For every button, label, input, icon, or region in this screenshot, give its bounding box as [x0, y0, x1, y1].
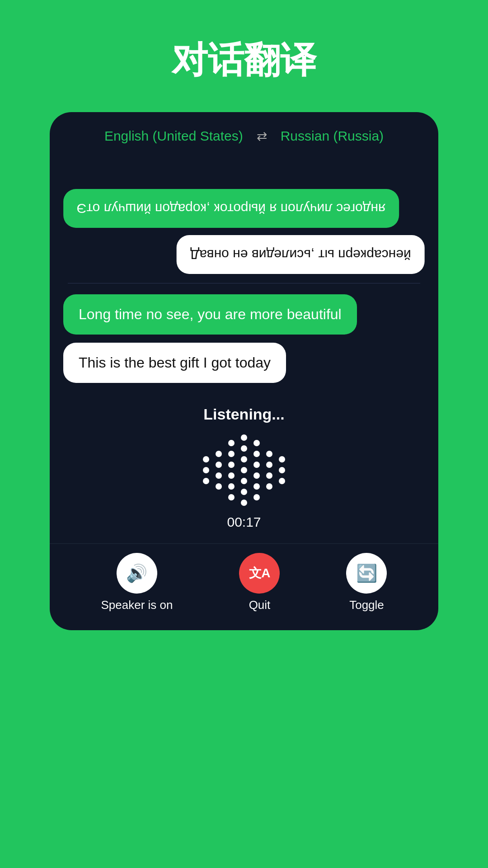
message-bubble-english-1: Long time no see, you are more beautiful — [63, 294, 357, 335]
wave-dot — [253, 451, 260, 457]
swap-languages-icon[interactable]: ⇄ — [257, 129, 267, 144]
listening-label: Listening... — [203, 406, 284, 423]
wave-dot — [253, 494, 260, 500]
wave-dot — [216, 483, 222, 490]
wave-dot — [228, 472, 235, 479]
wave-col-7 — [279, 456, 285, 484]
chat-area: Это лучший подарок, который я получил се… — [50, 156, 438, 396]
wave-dot — [228, 451, 235, 457]
toggle-button[interactable]: 🔄 — [346, 553, 387, 594]
wave-dot — [228, 494, 235, 500]
wave-col-4 — [241, 434, 247, 506]
wave-dot — [203, 467, 209, 473]
wave-dot — [253, 440, 260, 446]
wave-dot — [216, 472, 222, 479]
bottom-bar: 🔊 Speaker is on 文A Quit 🔄 Toggle — [50, 543, 438, 630]
right-language[interactable]: Russian (Russia) — [281, 128, 384, 144]
wave-dot — [241, 445, 247, 452]
wave-col-1 — [203, 456, 209, 484]
wave-col-2 — [216, 451, 222, 490]
wave-dot — [253, 472, 260, 479]
quit-button-group: 文A Quit — [239, 553, 280, 612]
wave-dot — [279, 467, 285, 473]
upper-chat: Это лучший подарок, который я получил се… — [63, 156, 425, 283]
message-bubble-russian-1: Это лучший подарок, который я получил се… — [63, 189, 399, 228]
wave-dot — [266, 451, 272, 457]
wave-dot — [241, 467, 247, 473]
wave-col-6 — [266, 451, 272, 490]
wave-dot — [266, 483, 272, 490]
toggle-button-group: 🔄 Toggle — [346, 553, 387, 612]
message-bubble-russian-2: Давно не виделись, ты прекрасней — [177, 235, 425, 274]
phone-card: English (United States) ⇄ Russian (Russi… — [50, 112, 438, 630]
wave-dot — [228, 462, 235, 468]
toggle-icon: 🔄 — [356, 563, 377, 583]
app-title: 对话翻译 — [172, 36, 316, 85]
listening-section: Listening... — [50, 396, 438, 543]
waveform — [203, 434, 285, 506]
quit-label: Quit — [249, 598, 271, 612]
speaker-label: Speaker is on — [101, 598, 173, 612]
message-bubble-english-2: This is the best gift I got today — [63, 343, 286, 383]
wave-dot — [279, 478, 285, 484]
wave-dot — [266, 472, 272, 479]
wave-dot — [253, 483, 260, 490]
wave-dot — [216, 462, 222, 468]
wave-dot — [266, 462, 272, 468]
wave-dot — [216, 451, 222, 457]
wave-dot — [241, 500, 247, 506]
language-bar: English (United States) ⇄ Russian (Russi… — [50, 112, 438, 156]
wave-dot — [241, 478, 247, 484]
wave-dot — [228, 440, 235, 446]
speaker-icon: 🔊 — [126, 563, 147, 583]
recording-timer: 00:17 — [227, 514, 261, 530]
wave-dot — [203, 478, 209, 484]
wave-col-3 — [228, 440, 235, 500]
speaker-button[interactable]: 🔊 — [117, 553, 157, 594]
wave-dot — [253, 462, 260, 468]
wave-col-5 — [253, 440, 260, 500]
wave-dot — [241, 456, 247, 462]
speaker-button-group: 🔊 Speaker is on — [101, 553, 173, 612]
wave-dot — [228, 483, 235, 490]
toggle-label: Toggle — [349, 598, 384, 612]
quit-button[interactable]: 文A — [239, 553, 280, 594]
left-language[interactable]: English (United States) — [104, 128, 243, 144]
wave-dot — [203, 456, 209, 462]
wave-dot — [241, 489, 247, 495]
quit-icon: 文A — [249, 565, 270, 582]
wave-dot — [279, 456, 285, 462]
wave-dot — [241, 434, 247, 441]
lower-chat: Long time no see, you are more beautiful… — [63, 283, 425, 387]
